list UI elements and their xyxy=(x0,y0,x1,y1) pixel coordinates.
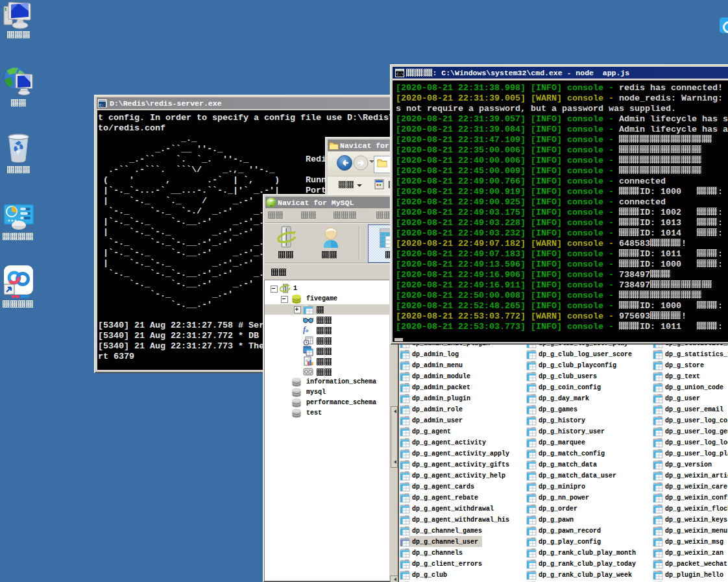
svg-text:C:: C: xyxy=(99,103,104,108)
svg-text:C:\_: C:\_ xyxy=(396,72,405,77)
